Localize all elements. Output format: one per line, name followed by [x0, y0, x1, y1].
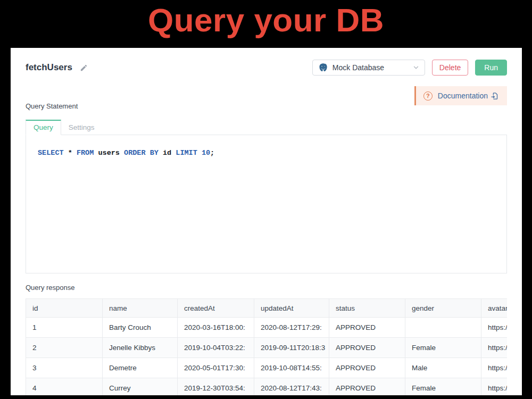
- query-name: fetchUsers: [26, 62, 72, 73]
- pencil-icon: [80, 64, 88, 72]
- sql-token: *: [68, 149, 77, 157]
- table-cell: APPROVED: [329, 338, 405, 358]
- table-cell: https://: [481, 378, 508, 396]
- editor-tabbar: QuerySettings: [26, 120, 507, 135]
- results-table: idnamecreatedAtupdatedAtstatusgenderavat…: [26, 298, 507, 395]
- query-name-wrap: fetchUsers: [26, 62, 88, 73]
- edit-name-button[interactable]: [80, 64, 88, 72]
- table-header-row: idnamecreatedAtupdatedAtstatusgenderavat…: [26, 299, 508, 318]
- table-cell: 4: [26, 378, 103, 396]
- table-cell: 2020-08-12T17:43:: [254, 378, 329, 396]
- sql-code-line: SELECT * FROM users ORDER BY id LIMIT 10…: [26, 135, 506, 157]
- table-cell: Barty Crouch: [103, 318, 178, 338]
- sql-token: id: [163, 149, 176, 157]
- column-header-status: status: [329, 299, 405, 318]
- column-header-id: id: [26, 299, 103, 318]
- query-panel: fetchUsers Mock Database: [11, 48, 522, 395]
- table-cell: 3: [26, 358, 103, 378]
- table-cell: 1: [26, 318, 103, 338]
- column-header-createdAt: createdAt: [178, 299, 254, 318]
- sql-editor[interactable]: SELECT * FROM users ORDER BY id LIMIT 10…: [26, 135, 507, 273]
- delete-button[interactable]: Delete: [432, 60, 468, 76]
- database-selector-value: Mock Database: [332, 63, 409, 72]
- column-header-updatedAt: updatedAt: [254, 299, 329, 318]
- table-cell: APPROVED: [329, 318, 405, 338]
- table-cell: 2019-10-08T14:55:: [254, 358, 329, 378]
- table-row: 2Jenelle Kibbys2019-10-04T03:22:2019-09-…: [26, 338, 508, 358]
- question-circle-icon: ?: [423, 92, 433, 101]
- table-cell: 2020-08-12T17:29:: [254, 318, 329, 338]
- documentation-link-label: Documentation: [438, 92, 488, 100]
- sql-token: ;: [210, 149, 214, 157]
- table-cell: https://: [481, 318, 508, 338]
- table-cell: Female: [405, 378, 481, 396]
- column-header-name: name: [103, 299, 178, 318]
- table-cell: Female: [405, 338, 481, 358]
- table-cell: 2019-10-04T03:22:: [178, 338, 254, 358]
- table-cell: 2020-03-16T18:00:: [178, 318, 254, 338]
- column-header-gender: gender: [405, 299, 481, 318]
- table-row: 3Demetre2020-05-01T17:30:2019-10-08T14:5…: [26, 358, 508, 378]
- external-link-icon: [491, 92, 498, 100]
- results-table-wrap: idnamecreatedAtupdatedAtstatusgenderavat…: [26, 298, 507, 395]
- table-row: 4Currey2019-12-30T03:54:2020-08-12T17:43…: [26, 378, 508, 396]
- sql-token: ORDER BY: [124, 149, 163, 157]
- query-response-label: Query response: [26, 284, 507, 292]
- tab-query[interactable]: Query: [26, 120, 61, 135]
- table-cell: https://: [481, 338, 508, 358]
- table-cell: Demetre: [103, 358, 178, 378]
- page-title: Query your DB: [0, 1, 532, 39]
- sql-token: SELECT: [38, 149, 68, 157]
- sql-token: FROM: [77, 149, 98, 157]
- table-cell: APPROVED: [329, 358, 405, 378]
- documentation-link[interactable]: Documentation: [438, 92, 498, 100]
- database-selector[interactable]: Mock Database: [312, 60, 425, 76]
- table-cell: 2: [26, 338, 103, 358]
- column-header-avatar: avatar: [481, 299, 508, 318]
- table-cell: 2019-09-11T20:18:3: [254, 338, 329, 358]
- postgresql-icon: [318, 63, 328, 73]
- header-controls: Mock Database Delete Run: [312, 60, 507, 76]
- chevron-down-icon: [413, 64, 419, 71]
- table-row: 1Barty Crouch2020-03-16T18:00:2020-08-12…: [26, 318, 508, 338]
- sql-token: users: [98, 149, 124, 157]
- tab-settings[interactable]: Settings: [61, 120, 102, 135]
- table-cell: 2020-05-01T17:30:: [178, 358, 254, 378]
- run-button[interactable]: Run: [475, 60, 507, 76]
- panel-header: fetchUsers Mock Database: [26, 60, 507, 76]
- table-cell: APPROVED: [329, 378, 405, 396]
- table-cell: Jenelle Kibbys: [103, 338, 178, 358]
- table-cell: Male: [405, 358, 481, 378]
- table-cell: Currey: [103, 378, 178, 396]
- documentation-banner: ? Documentation: [414, 86, 507, 105]
- table-cell: 2019-12-30T03:54:: [178, 378, 254, 396]
- table-cell: https://: [481, 358, 508, 378]
- table-cell: [405, 318, 481, 338]
- sql-token: 10: [202, 149, 210, 157]
- sql-token: LIMIT: [176, 149, 202, 157]
